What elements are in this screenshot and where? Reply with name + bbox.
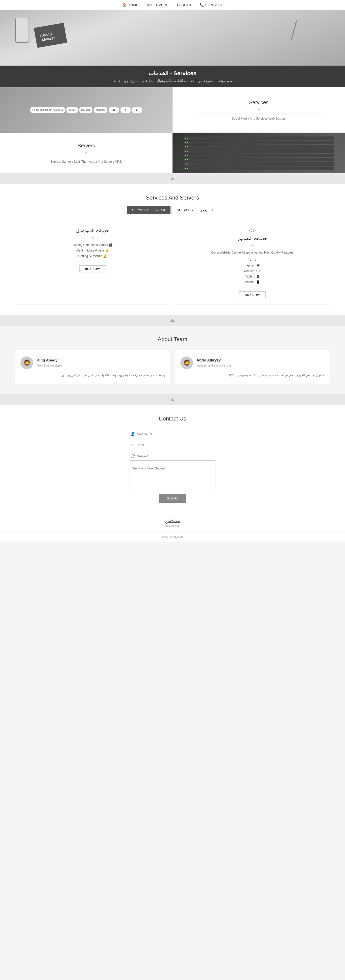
rack-led [187, 138, 188, 139]
services-dot-divider [258, 108, 260, 110]
services-banner: الخدمات - Services يقدم موقعنا مجموعة من… [0, 65, 345, 87]
chevron-up-icon-2 [170, 319, 175, 322]
rack-led [185, 151, 186, 152]
sas-title: Services And Servers [15, 194, 330, 201]
design-card-dot [252, 245, 254, 247]
social-sticker-4: #NotiZen [94, 107, 107, 113]
tab-services[interactable]: SERVICES - الخدمات [127, 206, 171, 214]
team-card-header-1: 🧔 King Abady Front End Developer [21, 356, 165, 369]
rack-led [187, 159, 188, 160]
member-description-2: التمويل والدعم للموقع , دعم في استضافته … [180, 372, 324, 378]
hero-pencil-image [291, 21, 297, 40]
team-card-header-2: 🧔 Abdo Alhryzy Manager and Supporter Hos… [180, 356, 324, 369]
member-role-1: Front End Developer [37, 364, 62, 367]
footer-credit-text: Web Site By # KI [162, 536, 183, 539]
list-item: Getting Subscribe 🔔 [21, 253, 165, 259]
sas-cards: خدمات السوشيال Getting Comments Videos 🎬… [15, 222, 330, 305]
rack-led [185, 146, 186, 147]
footer-logo-text: مستقل [5, 518, 340, 524]
design-card-title: خدمات التصميم [180, 236, 324, 242]
rack-led [187, 164, 188, 164]
design-services-card: < > خدمات التصميم Get a Website Design R… [175, 222, 330, 305]
username-input[interactable] [137, 432, 214, 435]
code-icon: < > [180, 228, 324, 233]
section-divider-3 [0, 394, 345, 406]
services-grid: I ❤ SOCIAL MEDIA Facebook Google faceboo… [0, 87, 345, 133]
member-description-1: يتخصص في تصميم وبرمجة مواقع ويب واستطلاق… [21, 372, 165, 378]
services-card-title: Services [249, 100, 268, 105]
nav-contact-label: CONTACT [205, 3, 222, 7]
rack-led [185, 159, 186, 160]
services-banner-title: الخدمات - Services [5, 70, 340, 77]
home-icon: 🏠 [123, 3, 127, 7]
services-banner-subtitle: يقدم موقعنا مجموعة من الخدمات الخاصة بال… [5, 79, 340, 83]
tab-servers[interactable]: SERVERS - السيرفرات [171, 206, 218, 214]
servers-card-description: Servers Games ( Multi Theft Auto ) And S… [51, 160, 122, 164]
rack-row-2 [184, 141, 334, 144]
rack-row-7 [184, 162, 334, 166]
social-sticker-2: Google [66, 107, 78, 113]
username-field-container: 👤 [129, 430, 216, 438]
avatar-2: 🧔 [180, 356, 193, 369]
services-card-description: Social Media And Services Web Design. [232, 117, 286, 120]
contact-title: Contact Us [15, 415, 330, 422]
rack-led [185, 142, 186, 143]
design-card-description: Get a Website Design Responsive and High… [180, 250, 324, 255]
rack-led [185, 155, 186, 156]
contact-form: 👤 ✉ 💬 SEND [129, 430, 216, 503]
list-item: Dektose : 🖥 [180, 268, 324, 274]
rack-row-1 [184, 137, 334, 140]
servers-section: Servers Servers Games ( Multi Theft Auto… [0, 133, 345, 173]
subject-input[interactable] [137, 454, 214, 458]
nav-about[interactable]: ℹ ABOUT [177, 3, 192, 7]
rack-led [187, 155, 188, 156]
servers-card: Servers Servers Games ( Multi Theft Auto… [0, 133, 172, 173]
nav-servers-label: SERVERS [151, 3, 169, 7]
footer-logo: مستقل mostaql.com [0, 513, 345, 532]
send-button[interactable]: SEND [160, 494, 185, 503]
social-buy-button[interactable]: BUY NOW [79, 266, 106, 272]
nav-contact[interactable]: 📞 CONTACT [200, 3, 222, 7]
chevron-up-icon-3 [170, 398, 175, 401]
services-collage-image: I ❤ SOCIAL MEDIA Facebook Google faceboo… [0, 87, 172, 133]
rack-led [187, 146, 188, 147]
message-textarea[interactable] [129, 464, 216, 489]
servers-rack-image [172, 133, 345, 173]
phone-icon: 📞 [200, 3, 204, 7]
about-section: About Team 🧔 King Abady Front End Develo… [0, 326, 345, 394]
team-card-info-1: King Abady Front End Developer [37, 358, 62, 368]
design-buy-button[interactable]: BUY NOW [239, 291, 266, 298]
social-card-list: Getting Comments Videos 🎬 Getting Likes … [21, 242, 165, 259]
rack-row-6 [184, 158, 334, 161]
social-sticker-3: facebook [79, 107, 93, 113]
services-card: Services Social Media And Services Web D… [172, 87, 345, 133]
rack-led [187, 142, 188, 143]
rack-led [185, 168, 186, 169]
rack-row-5 [184, 154, 334, 157]
rack-rows [181, 134, 336, 173]
member-name-1: King Abady [37, 358, 62, 362]
social-sticker-7: ▶ [132, 107, 142, 113]
user-icon: 👤 [131, 432, 135, 436]
servers-icon: 🖥 [147, 3, 150, 7]
servers-card-title: Servers [78, 143, 95, 149]
list-item: Tv : 🖥 [180, 257, 324, 262]
social-card-dot [92, 237, 94, 239]
nav-home-label: HOME [128, 3, 139, 7]
info-icon: ℹ [177, 3, 178, 7]
rack-led [187, 151, 188, 152]
email-input[interactable] [136, 443, 214, 447]
social-sticker-6: f [120, 107, 131, 113]
list-item: Laptop : 💻 [180, 262, 324, 268]
rack-row-3 [184, 145, 334, 149]
nav-servers[interactable]: 🖥 SERVERS [147, 3, 169, 7]
tabs-row: SERVICES - الخدمات SERVERS - السيرفرات [15, 206, 330, 214]
email-icon: ✉ [131, 443, 134, 447]
rack-led [187, 168, 188, 169]
nav-home[interactable]: 🏠 HOME [123, 3, 139, 7]
list-item: Getting Likes Videos 👍 [21, 248, 165, 253]
navbar: 🏠 HOME 🖥 SERVERS ℹ ABOUT 📞 CONTACT [0, 0, 345, 10]
avatar-1: 🧔 [21, 356, 33, 369]
social-sticker-5: 📷 [109, 107, 119, 113]
email-field-container: ✉ [129, 441, 216, 449]
